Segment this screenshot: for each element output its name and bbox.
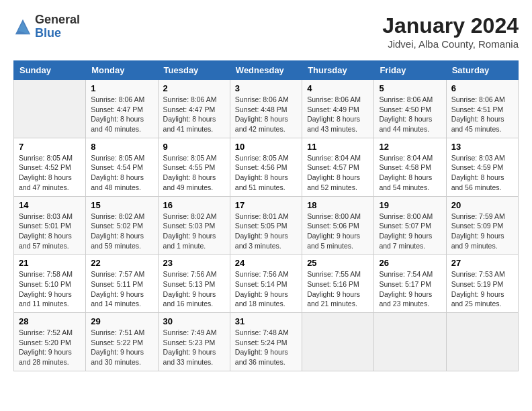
logo-text: General Blue [35,13,80,40]
day-detail: Sunrise: 8:00 AM Sunset: 5:07 PM Dayligh… [379,212,441,251]
day-number: 10 [235,142,297,152]
day-detail: Sunrise: 7:55 AM Sunset: 5:16 PM Dayligh… [307,269,369,309]
day-number: 6 [451,83,513,93]
day-detail: Sunrise: 8:03 AM Sunset: 5:01 PM Dayligh… [19,212,81,251]
calendar-week-row: 21Sunrise: 7:58 AM Sunset: 5:10 PM Dayli… [14,255,519,313]
calendar-day-cell: 19Sunrise: 8:00 AM Sunset: 5:07 PM Dayli… [374,196,446,255]
day-number: 15 [91,200,152,210]
day-detail: Sunrise: 8:01 AM Sunset: 5:05 PM Dayligh… [235,212,297,251]
day-detail: Sunrise: 8:05 AM Sunset: 4:55 PM Dayligh… [163,153,225,193]
calendar-day-cell: 28Sunrise: 7:52 AM Sunset: 5:20 PM Dayli… [14,313,86,371]
day-detail: Sunrise: 7:53 AM Sunset: 5:19 PM Dayligh… [451,269,513,309]
day-detail: Sunrise: 7:57 AM Sunset: 5:11 PM Dayligh… [91,269,152,309]
day-number: 13 [451,142,513,152]
calendar-day-cell: 2Sunrise: 8:06 AM Sunset: 4:47 PM Daylig… [158,80,230,138]
calendar-day-cell: 11Sunrise: 8:04 AM Sunset: 4:57 PM Dayli… [302,138,374,196]
weekday-header: Saturday [446,61,518,80]
calendar-week-row: 7Sunrise: 8:05 AM Sunset: 4:52 PM Daylig… [14,138,519,196]
calendar-day-cell: 9Sunrise: 8:05 AM Sunset: 4:55 PM Daylig… [158,138,230,196]
day-detail: Sunrise: 7:54 AM Sunset: 5:17 PM Dayligh… [379,269,441,309]
day-detail: Sunrise: 8:04 AM Sunset: 4:58 PM Dayligh… [379,153,441,193]
calendar-day-cell: 17Sunrise: 8:01 AM Sunset: 5:05 PM Dayli… [230,196,302,255]
day-detail: Sunrise: 7:58 AM Sunset: 5:10 PM Dayligh… [19,269,81,309]
day-number: 25 [307,258,369,268]
day-number: 19 [379,200,441,210]
day-number: 31 [235,316,297,326]
calendar-table: SundayMondayTuesdayWednesdayThursdayFrid… [13,60,519,371]
weekday-header: Tuesday [158,61,230,80]
day-detail: Sunrise: 7:59 AM Sunset: 5:09 PM Dayligh… [451,212,513,251]
day-number: 9 [163,142,225,152]
day-number: 29 [91,316,152,326]
calendar-day-cell: 25Sunrise: 7:55 AM Sunset: 5:16 PM Dayli… [302,255,374,313]
calendar-day-cell: 10Sunrise: 8:05 AM Sunset: 4:56 PM Dayli… [230,138,302,196]
calendar-day-cell: 14Sunrise: 8:03 AM Sunset: 5:01 PM Dayli… [14,196,86,255]
calendar-day-cell: 8Sunrise: 8:05 AM Sunset: 4:54 PM Daylig… [86,138,158,196]
day-number: 30 [163,316,225,326]
calendar-day-cell: 13Sunrise: 8:03 AM Sunset: 4:59 PM Dayli… [446,138,518,196]
day-detail: Sunrise: 8:06 AM Sunset: 4:47 PM Dayligh… [91,95,152,134]
day-detail: Sunrise: 8:06 AM Sunset: 4:51 PM Dayligh… [451,95,513,134]
day-number: 21 [19,258,81,268]
logo-blue: Blue [35,26,61,40]
day-number: 8 [91,142,152,152]
calendar-day-cell: 23Sunrise: 7:56 AM Sunset: 5:13 PM Dayli… [158,255,230,313]
calendar-day-cell: 1Sunrise: 8:06 AM Sunset: 4:47 PM Daylig… [86,80,158,138]
day-number: 1 [91,83,152,93]
calendar-day-cell: 12Sunrise: 8:04 AM Sunset: 4:58 PM Dayli… [374,138,446,196]
day-number: 26 [379,258,441,268]
day-detail: Sunrise: 8:03 AM Sunset: 4:59 PM Dayligh… [451,153,513,193]
day-number: 28 [19,316,81,326]
weekday-header: Thursday [302,61,374,80]
calendar-day-cell: 5Sunrise: 8:06 AM Sunset: 4:50 PM Daylig… [374,80,446,138]
day-number: 16 [163,200,225,210]
calendar-day-cell: 20Sunrise: 7:59 AM Sunset: 5:09 PM Dayli… [446,196,518,255]
calendar-day-cell: 31Sunrise: 7:48 AM Sunset: 5:24 PM Dayli… [230,313,302,371]
location: Jidvei, Alba County, Romania [382,38,519,50]
calendar-day-cell: 6Sunrise: 8:06 AM Sunset: 4:51 PM Daylig… [446,80,518,138]
day-detail: Sunrise: 8:06 AM Sunset: 4:47 PM Dayligh… [163,95,225,134]
weekday-header: Monday [86,61,158,80]
page-header: General Blue January 2024 Jidvei, Alba C… [13,13,519,50]
weekday-header: Friday [374,61,446,80]
day-detail: Sunrise: 8:04 AM Sunset: 4:57 PM Dayligh… [307,153,369,193]
title-block: January 2024 Jidvei, Alba County, Romani… [382,13,519,50]
day-number: 12 [379,142,441,152]
day-detail: Sunrise: 7:52 AM Sunset: 5:20 PM Dayligh… [19,328,81,367]
day-number: 11 [307,142,369,152]
day-number: 17 [235,200,297,210]
calendar-week-row: 28Sunrise: 7:52 AM Sunset: 5:20 PM Dayli… [14,313,519,371]
day-detail: Sunrise: 8:06 AM Sunset: 4:50 PM Dayligh… [379,95,441,134]
day-number: 27 [451,258,513,268]
day-detail: Sunrise: 8:05 AM Sunset: 4:54 PM Dayligh… [91,153,152,193]
day-number: 18 [307,200,369,210]
calendar-day-cell: 15Sunrise: 8:02 AM Sunset: 5:02 PM Dayli… [86,196,158,255]
day-number: 7 [19,142,81,152]
calendar-day-cell [14,80,86,138]
day-detail: Sunrise: 7:51 AM Sunset: 5:22 PM Dayligh… [91,328,152,367]
calendar-day-cell [302,313,374,371]
day-detail: Sunrise: 8:00 AM Sunset: 5:06 PM Dayligh… [307,212,369,251]
day-number: 4 [307,83,369,93]
calendar-week-row: 1Sunrise: 8:06 AM Sunset: 4:47 PM Daylig… [14,80,519,138]
day-detail: Sunrise: 8:05 AM Sunset: 4:56 PM Dayligh… [235,153,297,193]
day-detail: Sunrise: 7:56 AM Sunset: 5:14 PM Dayligh… [235,269,297,309]
calendar-day-cell: 30Sunrise: 7:49 AM Sunset: 5:23 PM Dayli… [158,313,230,371]
logo-icon [13,17,32,36]
day-detail: Sunrise: 7:48 AM Sunset: 5:24 PM Dayligh… [235,328,297,367]
calendar-day-cell: 18Sunrise: 8:00 AM Sunset: 5:06 PM Dayli… [302,196,374,255]
calendar-day-cell: 27Sunrise: 7:53 AM Sunset: 5:19 PM Dayli… [446,255,518,313]
weekday-header: Wednesday [230,61,302,80]
calendar-day-cell [446,313,518,371]
day-number: 14 [19,200,81,210]
calendar-day-cell: 16Sunrise: 8:02 AM Sunset: 5:03 PM Dayli… [158,196,230,255]
day-detail: Sunrise: 8:02 AM Sunset: 5:03 PM Dayligh… [163,212,225,251]
month-year: January 2024 [382,13,519,38]
calendar-day-cell: 21Sunrise: 7:58 AM Sunset: 5:10 PM Dayli… [14,255,86,313]
calendar-day-cell: 3Sunrise: 8:06 AM Sunset: 4:48 PM Daylig… [230,80,302,138]
day-number: 3 [235,83,297,93]
calendar-day-cell: 26Sunrise: 7:54 AM Sunset: 5:17 PM Dayli… [374,255,446,313]
calendar-day-cell: 7Sunrise: 8:05 AM Sunset: 4:52 PM Daylig… [14,138,86,196]
day-number: 24 [235,258,297,268]
logo-general: General [35,13,80,26]
